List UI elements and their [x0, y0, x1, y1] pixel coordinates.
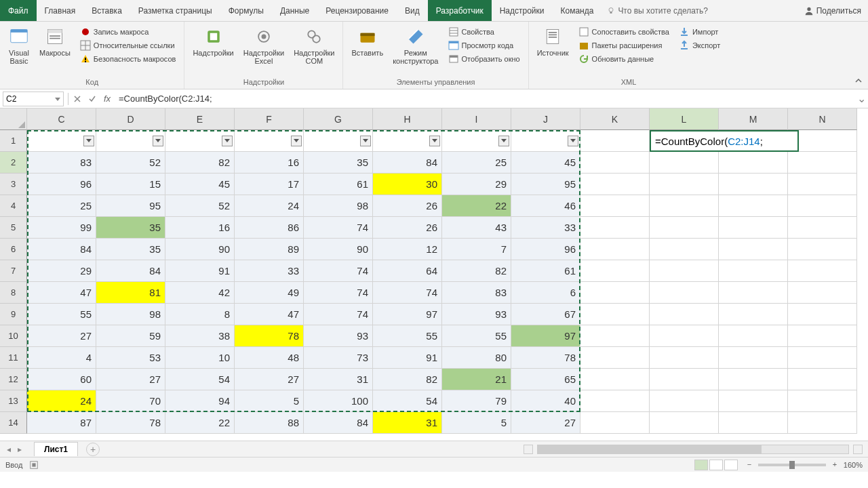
map-properties-button[interactable]: Сопоставить свойства [577, 26, 671, 38]
cell[interactable] [235, 130, 304, 152]
cell[interactable] [650, 347, 719, 369]
cell[interactable] [788, 369, 857, 390]
tab-developer[interactable]: Разработчик [428, 0, 492, 21]
cell[interactable]: 35 [96, 239, 165, 260]
cell[interactable] [442, 130, 511, 152]
cell[interactable]: 12 [373, 239, 442, 260]
column-header[interactable]: M [719, 108, 788, 130]
properties-button[interactable]: Свойства [447, 26, 521, 38]
cell[interactable]: 88 [235, 412, 304, 434]
cell[interactable]: 55 [373, 325, 442, 347]
cell[interactable]: 27 [235, 369, 304, 390]
zoom-level[interactable]: 160% [844, 461, 863, 469]
tab-team[interactable]: Команда [552, 0, 601, 21]
cell[interactable]: 15 [96, 174, 165, 195]
filter-dropdown-button[interactable] [568, 136, 578, 146]
cell[interactable]: 67 [511, 304, 580, 325]
tab-addins[interactable]: Надстройки [492, 0, 553, 21]
tab-data[interactable]: Данные [272, 0, 317, 21]
column-header[interactable]: L [650, 108, 719, 130]
cell[interactable]: 40 [511, 390, 580, 412]
expansion-packs-button[interactable]: Пакеты расширения [577, 39, 671, 52]
column-header[interactable]: F [235, 108, 304, 130]
sheet-nav-prev[interactable]: ◂ [4, 445, 14, 454]
cell[interactable]: 26 [373, 217, 442, 239]
filter-dropdown-button[interactable] [222, 136, 233, 146]
row-header[interactable]: 5 [0, 217, 27, 239]
cell[interactable]: 98 [304, 195, 373, 217]
cell[interactable] [580, 412, 650, 434]
cell[interactable]: 90 [304, 239, 373, 260]
cell[interactable] [650, 412, 719, 434]
cell[interactable]: 90 [165, 239, 235, 260]
cell[interactable]: 29 [27, 260, 96, 282]
cell[interactable]: 82 [442, 260, 511, 282]
cell[interactable]: 99 [27, 217, 96, 239]
cell[interactable]: 96 [511, 239, 580, 260]
cell[interactable]: 35 [96, 217, 165, 239]
row-header[interactable]: 12 [0, 369, 27, 390]
cell[interactable] [788, 412, 857, 434]
cell[interactable]: 82 [165, 152, 235, 174]
tell-me[interactable]: Что вы хотите сделать? [601, 0, 713, 21]
cell[interactable]: 70 [96, 390, 165, 412]
cell[interactable]: 100 [304, 390, 373, 412]
tab-view[interactable]: Вид [397, 0, 428, 21]
row-header[interactable]: 8 [0, 282, 27, 304]
cell[interactable] [650, 260, 719, 282]
excel-addins-button[interactable]: Надстройки Excel [239, 24, 288, 77]
cell[interactable] [580, 282, 650, 304]
cell[interactable]: 53 [96, 347, 165, 369]
row-header[interactable]: 1 [0, 130, 27, 152]
cell[interactable]: 21 [442, 369, 511, 390]
formula-edit-overlay[interactable]: =CountByColor(C2:J14; [650, 130, 799, 152]
record-macro-button[interactable]: Запись макроса [79, 26, 178, 38]
cell[interactable] [788, 195, 857, 217]
cell[interactable]: 55 [442, 325, 511, 347]
cell[interactable]: 74 [304, 304, 373, 325]
relative-refs-button[interactable]: Относительные ссылки [79, 39, 178, 52]
cell[interactable] [788, 174, 857, 195]
cell[interactable] [719, 325, 788, 347]
cell[interactable]: 25 [442, 152, 511, 174]
cell[interactable]: 43 [442, 217, 511, 239]
filter-dropdown-button[interactable] [291, 136, 302, 146]
view-page-break-button[interactable] [724, 460, 738, 470]
addins-button[interactable]: Надстройки [189, 24, 237, 77]
column-header[interactable]: N [788, 108, 857, 130]
cell[interactable]: 35 [304, 152, 373, 174]
cell[interactable] [788, 217, 857, 239]
cell[interactable]: 16 [235, 152, 304, 174]
cell[interactable]: 73 [304, 347, 373, 369]
tab-file[interactable]: Файл [0, 0, 37, 21]
tab-page-layout[interactable]: Разметка страницы [130, 0, 220, 21]
export-button[interactable]: Экспорт [677, 39, 722, 52]
cell[interactable]: 84 [373, 152, 442, 174]
view-page-layout-button[interactable] [709, 460, 723, 470]
cell[interactable]: 24 [27, 390, 96, 412]
name-box[interactable]: C2 [3, 92, 64, 106]
column-header[interactable]: D [96, 108, 165, 130]
cell[interactable] [580, 239, 650, 260]
row-header[interactable]: 10 [0, 325, 27, 347]
cell[interactable]: 61 [511, 260, 580, 282]
cell[interactable]: 95 [96, 195, 165, 217]
view-normal-button[interactable] [694, 460, 708, 470]
cell[interactable]: 45 [511, 152, 580, 174]
cell[interactable] [165, 130, 235, 152]
cell[interactable]: 4 [27, 347, 96, 369]
cell[interactable]: 65 [511, 369, 580, 390]
cell[interactable]: 46 [511, 195, 580, 217]
cell[interactable] [788, 260, 857, 282]
hscroll-left-button[interactable] [524, 445, 533, 454]
import-button[interactable]: Импорт [677, 26, 722, 38]
cell[interactable]: 5 [235, 390, 304, 412]
cell[interactable] [719, 412, 788, 434]
column-header[interactable]: C [27, 108, 96, 130]
cell[interactable] [650, 174, 719, 195]
column-header[interactable]: J [511, 108, 580, 130]
cell[interactable] [650, 239, 719, 260]
cell[interactable]: 79 [442, 390, 511, 412]
filter-dropdown-button[interactable] [153, 136, 163, 146]
column-header[interactable]: G [304, 108, 373, 130]
